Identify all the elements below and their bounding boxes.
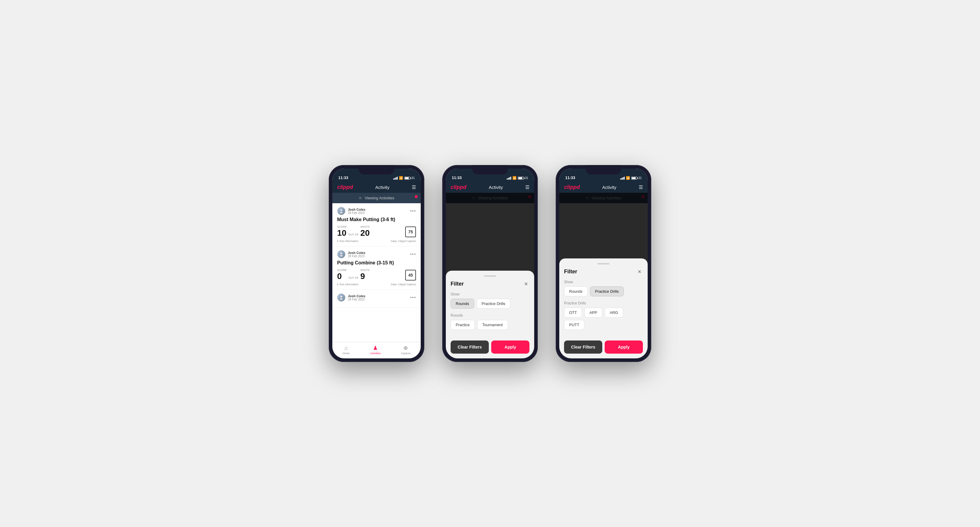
nav-title-3: Activity	[602, 185, 617, 190]
notch-3	[585, 165, 621, 175]
filter-header-2: Filter ✕	[450, 280, 530, 287]
show-label-3: Show	[564, 280, 643, 284]
apply-btn-3[interactable]: Apply	[605, 340, 643, 354]
nav-bar-3: clippd Activity ☰	[559, 182, 648, 193]
shots-value-2: 9	[360, 272, 370, 281]
home-icon: ⌂	[345, 345, 348, 351]
battery-fill-2	[519, 177, 522, 179]
bottom-nav-1: ⌂ Home ♟ Activities ⊕ Capture	[332, 342, 421, 359]
dots-menu-1[interactable]: •••	[410, 208, 416, 214]
rounds-buttons-2: Practice Tournament	[450, 320, 530, 330]
battery-label-1: 31	[412, 176, 415, 179]
battery-3	[631, 177, 637, 179]
status-time-2: 11:33	[452, 175, 461, 180]
activity-card-3: Josh Coles 28 Feb 2023 •••	[332, 290, 421, 307]
show-buttons-3: Rounds Practice Drills	[564, 286, 643, 296]
nav-item-home[interactable]: ⌂ Home	[342, 345, 350, 355]
status-icons-1: 📶 31	[393, 176, 415, 180]
signal-bars-2	[507, 177, 511, 179]
home-label: Home	[342, 352, 350, 355]
test-info-icon-1: ℹ	[337, 240, 338, 243]
dots-menu-3[interactable]: •••	[410, 295, 416, 300]
nav-item-activities[interactable]: ♟ Activities	[370, 344, 381, 355]
avatar-inner-1	[337, 207, 345, 215]
battery-fill-1	[405, 177, 409, 179]
nav-menu-1[interactable]: ☰	[412, 184, 416, 190]
signal-bar-2-4	[510, 177, 511, 179]
nav-item-capture[interactable]: ⊕ Capture	[401, 344, 410, 355]
user-name-3: Josh Coles	[348, 294, 366, 298]
viewing-bar-1[interactable]: ⛭ Viewing Activities	[332, 193, 421, 203]
activity-title-2: Putting Combine (3-15 ft)	[337, 260, 416, 265]
card-header-2: Josh Coles 28 Feb 2023 •••	[337, 250, 416, 259]
signal-bar-3-2	[621, 178, 622, 179]
svg-point-2	[340, 252, 342, 254]
svg-point-3	[340, 255, 343, 257]
test-info-text-2: Test Information	[339, 283, 358, 286]
nav-menu-3[interactable]: ☰	[639, 184, 643, 190]
filter-sheet-2: Filter ✕ Show Rounds Practice Drills Rou…	[446, 271, 534, 359]
practice-drills-btn-3[interactable]: Practice Drills	[590, 286, 624, 296]
shot-quality-value-2: 45	[408, 273, 413, 278]
phone-1: 11:33 📶 31 clippd	[329, 165, 424, 362]
nav-menu-2[interactable]: ☰	[525, 184, 530, 190]
ott-btn-3[interactable]: OTT	[564, 308, 582, 317]
avatar-icon-1	[339, 209, 344, 213]
filter-handle-2	[484, 275, 496, 277]
dots-menu-2[interactable]: •••	[410, 252, 416, 257]
signal-bar-4	[397, 177, 398, 179]
phone-3: 11:33 📶 31 clippd	[556, 165, 651, 362]
activity-card-2[interactable]: Josh Coles 28 Feb 2023 ••• Putting Combi…	[332, 246, 421, 290]
filter-header-3: Filter ✕	[564, 268, 643, 275]
activity-list-1: Josh Coles 28 Feb 2023 ••• Must Make Put…	[332, 203, 421, 342]
battery-2	[518, 177, 524, 179]
card-user-1: Josh Coles 28 Feb 2023	[337, 207, 366, 215]
nav-title-2: Activity	[489, 185, 503, 190]
card-header-1: Josh Coles 28 Feb 2023 •••	[337, 207, 416, 215]
putt-btn-3[interactable]: PUTT	[564, 320, 584, 330]
nav-bar-1: clippd Activity ☰	[332, 182, 421, 193]
activity-card-1[interactable]: Josh Coles 28 Feb 2023 ••• Must Make Put…	[332, 203, 421, 246]
practice-drills-btn-2[interactable]: Practice Drills	[477, 299, 510, 309]
notch-1	[359, 165, 395, 175]
avatar-2	[337, 250, 345, 259]
practice-round-btn-2[interactable]: Practice	[450, 320, 475, 330]
signal-bar-2-1	[507, 178, 508, 179]
apply-btn-2[interactable]: Apply	[491, 340, 530, 354]
tournament-btn-2[interactable]: Tournament	[477, 320, 508, 330]
test-info-2: ℹ Test Information	[337, 283, 358, 286]
signal-bar-1	[393, 178, 394, 179]
phone-3-inner: 11:33 📶 31 clippd	[559, 168, 648, 359]
nav-logo-3: clippd	[564, 184, 580, 190]
score-label-2: Score	[337, 268, 347, 271]
clear-filters-btn-3[interactable]: Clear Filters	[564, 340, 602, 354]
card-header-3: Josh Coles 28 Feb 2023 •••	[337, 293, 416, 302]
filter-close-3[interactable]: ✕	[636, 268, 643, 275]
rounds-btn-3[interactable]: Rounds	[564, 286, 588, 296]
rounds-btn-2[interactable]: Rounds	[450, 299, 474, 309]
nav-bar-2: clippd Activity ☰	[446, 182, 534, 193]
score-group-2: Score 0	[337, 268, 347, 281]
data-source-1: Data: Clippd Capture	[391, 240, 416, 243]
arg-btn-3[interactable]: ARG	[605, 308, 623, 317]
shots-label-1: Shots	[360, 225, 370, 228]
phone-1-content: ⛭ Viewing Activities	[332, 193, 421, 342]
test-info-1: ℹ Test Information	[337, 240, 358, 243]
user-date-2: 28 Feb 2023	[348, 254, 366, 258]
score-value-2: 0	[337, 272, 347, 281]
wifi-icon-1: 📶	[399, 176, 403, 180]
app-btn-3[interactable]: APP	[584, 308, 602, 317]
svg-point-1	[340, 211, 343, 213]
filter-close-2[interactable]: ✕	[522, 280, 530, 287]
shot-quality-value-1: 75	[408, 230, 413, 234]
phones-container: 11:33 📶 31 clippd	[329, 165, 651, 362]
filter-overlay-3: Filter ✕ Show Rounds Practice Drills Pra…	[559, 193, 648, 359]
phone-2-inner: 11:33 📶 31 clippd	[446, 168, 534, 359]
filter-actions-2: Clear Filters Apply	[450, 340, 530, 354]
activities-label: Activities	[370, 352, 381, 355]
avatar-icon-2	[339, 252, 344, 257]
card-footer-2: ℹ Test Information Data: Clippd Capture	[337, 283, 416, 286]
clear-filters-btn-2[interactable]: Clear Filters	[450, 340, 489, 354]
phone-1-inner: 11:33 📶 31 clippd	[332, 168, 421, 359]
shot-quality-badge-1: 75	[405, 227, 416, 237]
